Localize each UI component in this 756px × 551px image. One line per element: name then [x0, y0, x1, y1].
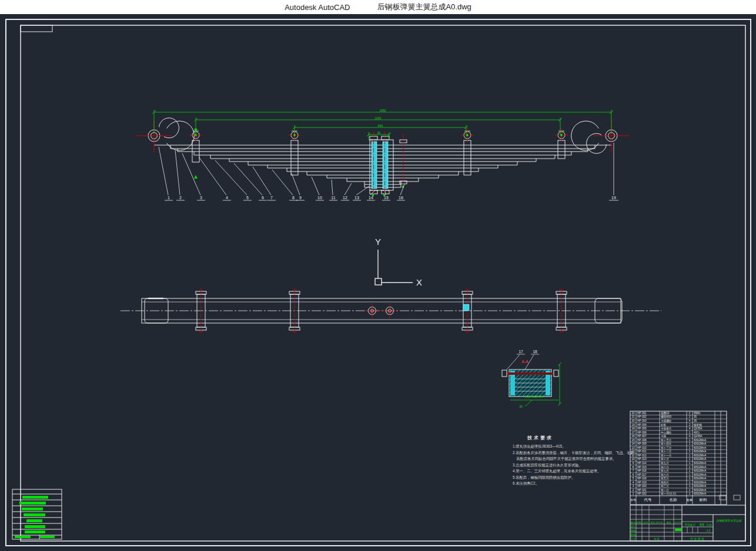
drawing-title: 后钢板弹簧主簧总成 — [716, 519, 741, 523]
svg-text:60Si2MnA: 60Si2MnA — [694, 492, 707, 495]
tech-note-line: 4.第一、二、三片经喷丸处理，其余各片按规定处理。 — [513, 469, 601, 473]
tech-note-line: 装配后各片间贴合间隙不大于规定值并符合图样的规定要求。 — [513, 456, 616, 461]
item-balloon: 12 — [343, 196, 347, 200]
tech-note-line: 3.总成装配后应按规定进行永久变形试验。 — [513, 463, 583, 468]
item-balloon: 1 — [168, 196, 170, 200]
svg-text:Q235A: Q235A — [694, 427, 703, 430]
item-balloon: 2 — [179, 196, 182, 200]
svg-text:6: 6 — [633, 473, 634, 476]
svg-text:HP-312: HP-312 — [637, 454, 647, 457]
svg-text:HP-303: HP-303 — [637, 419, 647, 422]
svg-text:2: 2 — [689, 424, 691, 426]
scale-value: 1:2 — [707, 529, 711, 532]
svg-text:9: 9 — [633, 462, 634, 465]
svg-text:11: 11 — [632, 454, 635, 457]
svg-text:60Si2MnA: 60Si2MnA — [694, 466, 707, 469]
svg-text:60Si2MnA: 60Si2MnA — [694, 489, 707, 492]
item-balloon: 9 — [299, 196, 302, 200]
svg-text:1: 1 — [633, 492, 634, 495]
svg-text:40Cr: 40Cr — [694, 431, 700, 434]
item-balloon: 3 — [200, 196, 202, 200]
revision-header: 更改文件号 — [651, 521, 664, 524]
dim-clamp-span: 1100 — [375, 116, 382, 120]
svg-text:15: 15 — [631, 439, 635, 442]
svg-text:螺母M10: 螺母M10 — [661, 415, 672, 419]
svg-text:中心螺栓: 中心螺栓 — [661, 431, 672, 435]
item-balloon: 8 — [292, 196, 295, 200]
svg-text:13: 13 — [631, 446, 635, 449]
thread-callout: M10×1.25-6H — [525, 395, 543, 398]
stage-label: 阶段标记 — [685, 523, 696, 527]
svg-text:HP-314: HP-314 — [637, 462, 647, 465]
item-balloon: 14 — [369, 196, 373, 200]
bom-header: 序号 — [630, 498, 636, 502]
weight-label: 重量 — [700, 523, 705, 526]
tech-notes-title: 技术要求 — [527, 435, 553, 441]
svg-text:60Si2MnA: 60Si2MnA — [694, 439, 707, 442]
svg-text:60Si2MnA: 60Si2MnA — [694, 477, 707, 480]
svg-text:锡青铜: 锡青铜 — [693, 423, 702, 427]
svg-text:1: 1 — [689, 446, 691, 449]
app-title: Autodesk AutoCAD — [285, 3, 350, 12]
svg-text:HP-307: HP-307 — [637, 435, 647, 438]
depth-callout: 30 — [519, 405, 523, 408]
svg-text:60Si2MnA: 60Si2MnA — [694, 469, 707, 472]
drawing-canvas[interactable]: 13501100650901234567891011121314151619YX… — [0, 0, 756, 551]
svg-text:7: 7 — [633, 469, 634, 472]
svg-text:HP-305: HP-305 — [637, 427, 647, 430]
item-balloon: 16 — [399, 196, 403, 200]
svg-text:22: 22 — [631, 412, 635, 415]
sheet-info: 共 张 第 张 — [690, 537, 704, 541]
svg-text:12: 12 — [631, 450, 635, 453]
tech-note-line: 2.装配前各片涂石墨润滑脂，钢片、卡箍应清洁，片间、端部、飞边、毛刺， — [513, 451, 638, 455]
item-balloon: 7 — [270, 196, 273, 200]
svg-text:5: 5 — [633, 477, 634, 480]
item-balloon: 13 — [354, 196, 359, 200]
svg-text:14: 14 — [631, 442, 635, 445]
item-balloon: 10 — [317, 196, 322, 200]
bom-header: 材料 — [699, 498, 708, 502]
svg-text:1: 1 — [689, 481, 691, 484]
svg-text:HP-306: HP-306 — [637, 431, 647, 434]
svg-text:60Si2MnA: 60Si2MnA — [694, 485, 707, 488]
revision-header: 签名 — [667, 521, 671, 524]
role-label: 批准 — [654, 537, 660, 540]
bom-header: 名称 — [670, 498, 678, 502]
svg-text:60Si2MnA: 60Si2MnA — [694, 454, 707, 457]
revision-header: 年月日 — [674, 521, 682, 524]
document-filename: 后钢板弹簧主簧总成A0.dwg — [377, 2, 471, 12]
item-balloon-18: 18 — [533, 350, 537, 354]
svg-text:HP-317: HP-317 — [637, 473, 647, 476]
bom-header: 代号 — [644, 498, 653, 502]
svg-text:60Si2MnA: 60Si2MnA — [694, 450, 707, 453]
dim-bolt-span: 90 — [377, 131, 381, 135]
item-balloon-17: 17 — [519, 350, 523, 354]
svg-text:60Si2MnA: 60Si2MnA — [694, 473, 707, 476]
svg-text:21: 21 — [631, 415, 635, 418]
svg-text:4: 4 — [633, 481, 634, 484]
svg-text:HP-319: HP-319 — [637, 481, 647, 484]
svg-text:1: 1 — [689, 473, 691, 476]
svg-text:HP-316: HP-316 — [637, 469, 647, 472]
svg-text:HP-313: HP-313 — [637, 458, 647, 461]
svg-text:1: 1 — [689, 492, 691, 495]
svg-text:60Si2MnA: 60Si2MnA — [694, 462, 707, 465]
svg-text:1: 1 — [689, 469, 691, 472]
svg-text:8: 8 — [633, 466, 634, 469]
role-label: 工艺 — [631, 537, 637, 540]
svg-text:65Mn: 65Mn — [694, 412, 701, 415]
role-label: 审核 — [631, 533, 637, 536]
svg-text:35: 35 — [694, 415, 697, 418]
svg-text:HP-301: HP-301 — [637, 412, 647, 415]
svg-text:1: 1 — [689, 489, 691, 492]
svg-text:HP-322: HP-322 — [637, 492, 647, 495]
svg-text:60Si2MnA: 60Si2MnA — [694, 481, 707, 484]
role-label: 设计 — [631, 525, 637, 528]
svg-text:1: 1 — [689, 442, 691, 445]
revision-header: 处数 — [637, 521, 642, 524]
titlebar: Autodesk AutoCAD 后钢板弹簧主簧总成A0.dwg — [0, 0, 756, 14]
svg-text:HP-304: HP-304 — [637, 424, 647, 426]
svg-text:20: 20 — [631, 419, 635, 422]
item-balloon: 4 — [226, 196, 228, 200]
dim-inner-span: 650 — [378, 124, 383, 127]
